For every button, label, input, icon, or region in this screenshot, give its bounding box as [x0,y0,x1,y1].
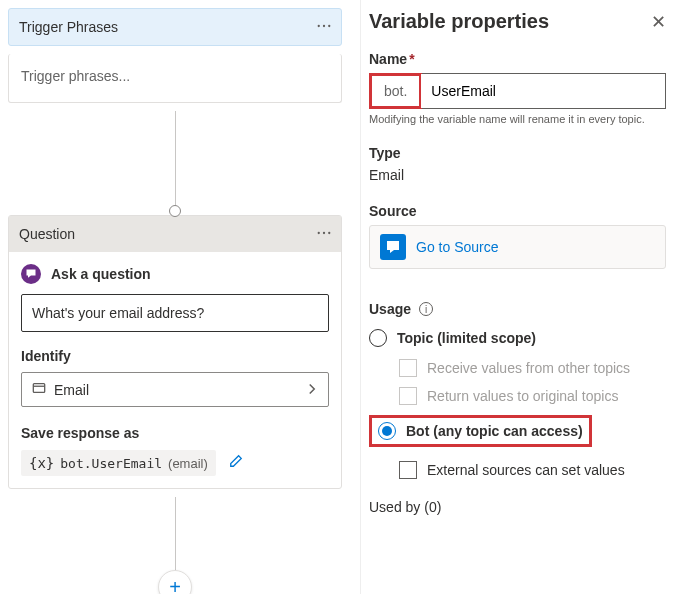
chevron-right-icon [306,382,318,398]
entity-icon [32,381,46,398]
edit-icon[interactable] [224,449,248,473]
variable-chip[interactable]: {x} bot.UserEmail (email) [21,450,216,476]
info-icon[interactable]: i [419,302,433,316]
svg-point-0 [318,24,320,26]
usage-topic-radio[interactable]: Topic (limited scope) [369,327,666,349]
return-values-checkbox: Return values to original topics [399,387,666,405]
ask-question-label: Ask a question [51,266,151,282]
name-hint: Modifying the variable name will rename … [369,113,666,125]
question-title: Question [19,226,75,242]
question-card: Question Ask a question What's your emai… [8,215,342,489]
add-node-button[interactable]: + [158,570,192,594]
type-label: Type [369,145,666,161]
question-text-input[interactable]: What's your email address? [21,294,329,332]
required-indicator: * [409,51,414,67]
connector: + [8,497,342,592]
variable-properties-panel: Variable properties ✕ Name* bot. Modifyi… [360,0,686,594]
used-by-label: Used by (0) [369,499,666,515]
svg-point-1 [323,24,325,26]
panel-title: Variable properties [369,10,549,33]
more-icon[interactable] [317,226,331,243]
trigger-phrases-body[interactable]: Trigger phrases... [8,54,342,103]
close-icon[interactable]: ✕ [651,11,666,33]
trigger-title: Trigger Phrases [19,19,118,35]
variable-prefix: bot. [369,73,422,109]
name-label: Name [369,51,407,67]
more-icon[interactable] [317,19,331,36]
type-value: Email [369,167,666,183]
source-label: Source [369,203,666,219]
go-to-source-link[interactable]: Go to Source [416,239,499,255]
connector [8,111,342,216]
source-icon [380,234,406,260]
receive-values-checkbox: Receive values from other topics [399,359,666,377]
trigger-placeholder: Trigger phrases... [9,54,341,102]
usage-label: Usage [369,301,411,317]
external-sources-checkbox[interactable]: External sources can set values [399,461,666,479]
identify-label: Identify [21,348,329,364]
name-input-row: bot. [369,73,666,109]
variable-icon: {x} [29,455,54,471]
svg-point-3 [318,231,320,233]
question-icon [21,264,41,284]
svg-rect-6 [33,384,44,393]
identify-select[interactable]: Email [21,372,329,407]
svg-point-5 [328,231,330,233]
variable-name-input[interactable] [421,74,665,108]
save-response-label: Save response as [21,425,329,441]
svg-point-2 [328,24,330,26]
usage-bot-radio[interactable]: Bot (any topic can access) [369,415,592,447]
source-box: Go to Source [369,225,666,269]
trigger-phrases-card: Trigger Phrases [8,8,342,46]
svg-point-4 [323,231,325,233]
